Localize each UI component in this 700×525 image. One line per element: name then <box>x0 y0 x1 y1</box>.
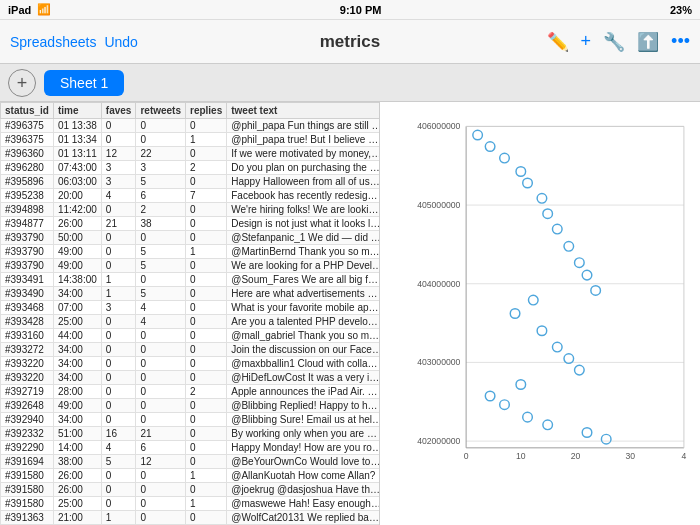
table-row: #39637501 13:34001@phil_papa true! But I… <box>1 133 381 147</box>
table-cell: 2 <box>186 385 227 399</box>
data-table: status_id time faves retweets replies tw… <box>0 102 380 525</box>
undo-button[interactable]: Undo <box>104 34 137 50</box>
table-cell: 0 <box>101 119 136 133</box>
table-cell: 0 <box>186 231 227 245</box>
table-cell: 51:00 <box>53 427 101 441</box>
table-cell: #393491 <box>1 273 54 287</box>
col-header-status_id: status_id <box>1 103 54 119</box>
table-cell: #391580 <box>1 483 54 497</box>
table-cell: 0 <box>101 357 136 371</box>
wrench-icon[interactable]: 🔧 <box>603 31 625 53</box>
table-cell: #396375 <box>1 119 54 133</box>
table-row: #39346807:00340What is your favorite mob… <box>1 301 381 315</box>
col-header-time: time <box>53 103 101 119</box>
table-cell: If we were motivated by money, we would … <box>227 147 380 161</box>
table-cell: 0 <box>101 231 136 245</box>
table-cell: 0 <box>101 133 136 147</box>
table-cell: 0 <box>186 301 227 315</box>
scatter-point <box>575 258 585 268</box>
table-cell: 5 <box>136 245 186 259</box>
back-button[interactable]: Spreadsheets <box>10 34 96 50</box>
table-cell: 0 <box>136 273 186 287</box>
table-cell: #396280 <box>1 161 54 175</box>
table-cell: 22 <box>136 147 186 161</box>
table-cell: 0 <box>186 119 227 133</box>
table-cell: 12 <box>101 147 136 161</box>
scatter-point <box>523 178 533 188</box>
table-row: #39636001 13:1112220If we were motivated… <box>1 147 381 161</box>
table-cell: By working only when you are most effect… <box>227 427 380 441</box>
table-cell: 0 <box>186 413 227 427</box>
table-row: #39523820:00467Facebook has recently red… <box>1 189 381 203</box>
table-row: #39294034:00000@Blibbing Sure! Email us … <box>1 413 381 427</box>
table-cell: 3 <box>101 301 136 315</box>
table-cell: #392290 <box>1 441 54 455</box>
table-cell: @HiDefLowCost It was a very impressive c… <box>227 371 380 385</box>
table-cell: 25:00 <box>53 497 101 511</box>
table-cell: #395896 <box>1 175 54 189</box>
x-label-30: 30 <box>625 451 635 461</box>
scatter-point <box>564 242 574 252</box>
table-cell: 4 <box>101 441 136 455</box>
scatter-point <box>601 434 611 444</box>
table-cell: 34:00 <box>53 343 101 357</box>
table-cell: #392940 <box>1 413 54 427</box>
battery-label: 23% <box>670 4 692 16</box>
y-label-5: 402000000 <box>417 436 460 446</box>
sheet-tab-1[interactable]: Sheet 1 <box>44 70 124 96</box>
table-cell: 0 <box>186 259 227 273</box>
table-cell: #393790 <box>1 231 54 245</box>
table-cell: 0 <box>101 315 136 329</box>
table-row: #39158025:00001@maswewe Hah! Easy enough… <box>1 497 381 511</box>
table-cell: 0 <box>186 371 227 385</box>
add-icon[interactable]: + <box>581 31 592 52</box>
table-cell: 0 <box>136 469 186 483</box>
table-cell: #395238 <box>1 189 54 203</box>
table-cell: 0 <box>186 427 227 441</box>
table-cell: #393790 <box>1 245 54 259</box>
table-cell: Apple announces the iPad Air. Overall, w… <box>227 385 380 399</box>
table-cell: 07:43:00 <box>53 161 101 175</box>
table-cell: 25:00 <box>53 315 101 329</box>
add-sheet-button[interactable]: + <box>8 69 36 97</box>
table-cell: 0 <box>136 483 186 497</box>
table-row: #39637501 13:38000@phil_papa Fun things … <box>1 119 381 133</box>
table-cell: Design is not just what it looks like an… <box>227 217 380 231</box>
scatter-point <box>537 326 547 336</box>
table-row: #39158026:00000@joekrug @dasjoshua Have … <box>1 483 381 497</box>
more-icon[interactable]: ••• <box>671 31 690 52</box>
table-cell: 16 <box>101 427 136 441</box>
spreadsheet-panel[interactable]: status_id time faves retweets replies tw… <box>0 102 380 525</box>
table-cell: @BeYourOwnCo Would love to show you! Ema… <box>227 455 380 469</box>
table-cell: 0 <box>186 273 227 287</box>
table-cell: 0 <box>186 217 227 231</box>
table-cell: 0 <box>186 315 227 329</box>
main-content: status_id time faves retweets replies tw… <box>0 102 700 525</box>
table-cell: 01 13:38 <box>53 119 101 133</box>
scatter-point <box>485 391 495 401</box>
scatter-point <box>564 354 574 364</box>
share-icon[interactable]: ⬆️ <box>637 31 659 53</box>
table-cell: 0 <box>101 371 136 385</box>
table-cell: 11:42:00 <box>53 203 101 217</box>
table-cell: 0 <box>186 357 227 371</box>
table-cell: 0 <box>136 119 186 133</box>
y-label-1: 406000000 <box>417 121 460 131</box>
pencil-icon[interactable]: ✏️ <box>547 31 569 53</box>
table-cell: 0 <box>186 455 227 469</box>
y-label-2: 405000000 <box>417 200 460 210</box>
table-cell: 14:00 <box>53 441 101 455</box>
table-cell: @MartinBernd Thank you so much Bernd! We… <box>227 245 380 259</box>
table-cell: #393160 <box>1 329 54 343</box>
table-cell: 0 <box>136 357 186 371</box>
table-cell: 44:00 <box>53 329 101 343</box>
table-cell: 26:00 <box>53 217 101 231</box>
table-cell: 0 <box>186 441 227 455</box>
table-cell: @Blibbing Sure! Email us at hello@chopda… <box>227 413 380 427</box>
table-cell: 1 <box>101 511 136 525</box>
table-cell: 0 <box>186 329 227 343</box>
table-row: #39628007:43:00332Do you plan on purchas… <box>1 161 381 175</box>
table-cell: @mall_gabriel Thank you so much Gabriel.… <box>227 329 380 343</box>
table-cell: 5 <box>136 175 186 189</box>
table-cell: 06:03:00 <box>53 175 101 189</box>
